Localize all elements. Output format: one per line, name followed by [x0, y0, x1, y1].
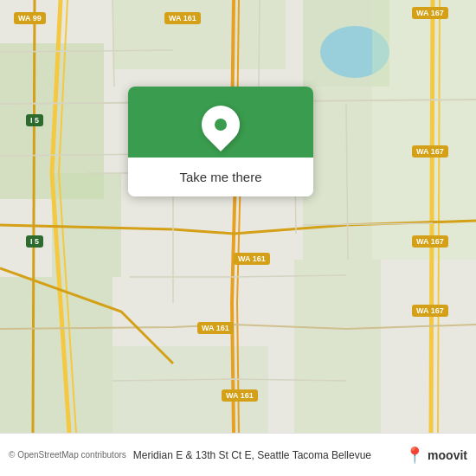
- i5-top-badge: I 5: [26, 114, 43, 126]
- attribution-text: © OpenStreetMap contributors: [9, 450, 126, 460]
- svg-rect-10: [294, 260, 381, 433]
- location-label: Meridian E & 13th St Ct E, Seattle Tacom…: [133, 449, 398, 461]
- popup-header: [128, 87, 313, 158]
- wa167-mr-badge: WA 167: [412, 145, 448, 158]
- moovit-pin-icon: 📍: [405, 446, 424, 465]
- wa161-bot-badge: WA 161: [222, 389, 258, 402]
- moovit-logo: 📍 moovit: [405, 446, 467, 465]
- location-pin-icon: [194, 98, 248, 151]
- svg-rect-7: [303, 87, 372, 260]
- wa167-lr-badge: WA 167: [412, 235, 448, 248]
- bottom-bar: © OpenStreetMap contributors Meridian E …: [0, 433, 476, 476]
- moovit-text: moovit: [428, 448, 467, 462]
- wa167-tr-badge: WA 167: [412, 7, 448, 19]
- i5-bot-badge: I 5: [26, 235, 43, 248]
- wa161-top-badge: WA 161: [164, 12, 201, 24]
- wa161-mid-badge: WA 161: [234, 253, 270, 265]
- wa99-badge: WA 99: [14, 12, 46, 24]
- svg-rect-8: [0, 277, 113, 433]
- wa161-mid2-badge: WA 161: [197, 322, 234, 334]
- map-roads: [0, 0, 476, 433]
- popup-card: Take me there: [128, 87, 313, 196]
- wa167-bot-badge: WA 167: [412, 305, 448, 317]
- take-me-there-button[interactable]: Take me there: [128, 158, 313, 196]
- map-area: WA 99 WA 161 WA 167 WA 167 WA 167 WA 161…: [0, 0, 476, 433]
